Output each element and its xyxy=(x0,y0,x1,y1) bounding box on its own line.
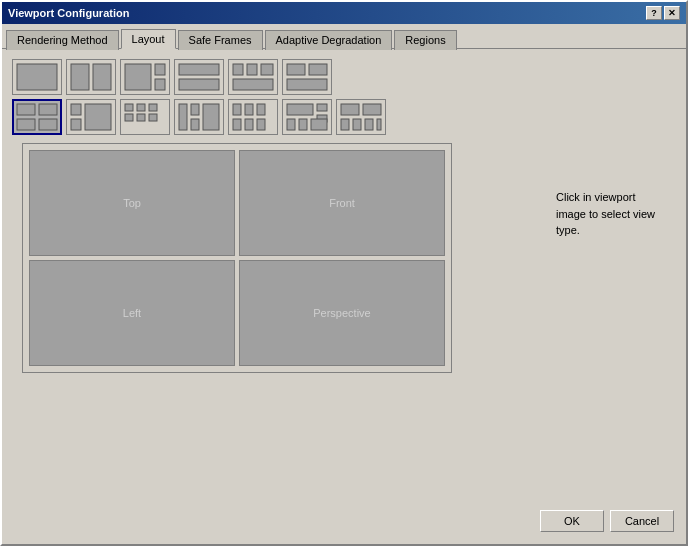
viewport-perspective[interactable]: Perspective xyxy=(239,260,445,366)
layout-three-top[interactable] xyxy=(282,59,332,95)
layout-six-b[interactable] xyxy=(282,99,332,135)
layout-six-c[interactable] xyxy=(336,99,386,135)
svg-rect-43 xyxy=(311,119,327,130)
svg-rect-5 xyxy=(155,79,165,90)
svg-rect-49 xyxy=(377,119,381,130)
cancel-button[interactable]: Cancel xyxy=(610,510,674,532)
svg-rect-23 xyxy=(137,104,145,111)
svg-rect-47 xyxy=(353,119,361,130)
viewport-config-dialog: Viewport Configuration ? ✕ Rendering Met… xyxy=(0,0,688,546)
svg-rect-31 xyxy=(203,104,219,130)
layout-icons-row2 xyxy=(12,99,546,135)
svg-rect-39 xyxy=(317,104,327,111)
svg-rect-26 xyxy=(137,114,145,121)
svg-rect-37 xyxy=(257,119,265,130)
svg-rect-24 xyxy=(149,104,157,111)
tab-regions[interactable]: Regions xyxy=(394,30,456,50)
main-content: Top Front Left Perspective Click in view… xyxy=(2,49,686,383)
svg-rect-27 xyxy=(149,114,157,121)
svg-rect-38 xyxy=(287,104,313,115)
layout-three-left[interactable] xyxy=(120,59,170,95)
svg-rect-41 xyxy=(287,119,295,130)
hint-text: Click in viewportimage to select viewtyp… xyxy=(546,59,676,373)
dialog-title: Viewport Configuration xyxy=(8,7,129,19)
svg-rect-3 xyxy=(125,64,151,90)
svg-rect-6 xyxy=(179,64,219,75)
svg-rect-14 xyxy=(287,79,327,90)
svg-rect-9 xyxy=(247,64,257,75)
title-bar-buttons: ? ✕ xyxy=(646,6,680,20)
tab-adaptive-degradation[interactable]: Adaptive Degradation xyxy=(265,30,393,50)
layout-quad[interactable] xyxy=(12,99,62,135)
svg-rect-35 xyxy=(233,119,241,130)
svg-rect-46 xyxy=(341,119,349,130)
svg-rect-15 xyxy=(17,104,35,115)
layout-four-left[interactable] xyxy=(120,99,170,135)
layout-four-right[interactable] xyxy=(228,59,278,95)
svg-rect-30 xyxy=(191,119,199,130)
tab-rendering-method[interactable]: Rendering Method xyxy=(6,30,119,50)
tab-safe-frames[interactable]: Safe Frames xyxy=(178,30,263,50)
svg-rect-22 xyxy=(125,104,133,111)
svg-rect-2 xyxy=(93,64,111,90)
svg-rect-28 xyxy=(179,104,187,130)
svg-rect-36 xyxy=(245,119,253,130)
layout-icons-row1 xyxy=(12,59,546,95)
tab-bar: Rendering Method Layout Safe Frames Adap… xyxy=(2,24,686,49)
svg-rect-12 xyxy=(287,64,305,75)
title-bar: Viewport Configuration ? ✕ xyxy=(2,2,686,24)
svg-rect-48 xyxy=(365,119,373,130)
viewport-front[interactable]: Front xyxy=(239,150,445,256)
svg-rect-21 xyxy=(85,104,111,130)
svg-rect-4 xyxy=(155,64,165,75)
svg-rect-16 xyxy=(39,104,57,115)
layout-three-right[interactable] xyxy=(66,99,116,135)
buttons-row: OK Cancel xyxy=(540,510,674,532)
svg-rect-25 xyxy=(125,114,133,121)
svg-rect-7 xyxy=(179,79,219,90)
svg-rect-29 xyxy=(191,104,199,115)
svg-rect-20 xyxy=(71,119,81,130)
layout-two-horiz[interactable] xyxy=(174,59,224,95)
close-button[interactable]: ✕ xyxy=(664,6,680,20)
svg-rect-33 xyxy=(245,104,253,115)
help-button[interactable]: ? xyxy=(646,6,662,20)
svg-rect-0 xyxy=(17,64,57,90)
svg-rect-44 xyxy=(341,104,359,115)
svg-rect-34 xyxy=(257,104,265,115)
svg-rect-1 xyxy=(71,64,89,90)
viewport-top[interactable]: Top xyxy=(29,150,235,256)
svg-rect-45 xyxy=(363,104,381,115)
svg-rect-10 xyxy=(261,64,273,75)
layout-four-center[interactable] xyxy=(174,99,224,135)
svg-rect-18 xyxy=(39,119,57,130)
viewport-preview-area: Top Front Left Perspective xyxy=(22,143,452,373)
layout-two-vert[interactable] xyxy=(66,59,116,95)
tab-layout[interactable]: Layout xyxy=(121,29,176,49)
svg-rect-13 xyxy=(309,64,327,75)
ok-button[interactable]: OK xyxy=(540,510,604,532)
svg-rect-8 xyxy=(233,64,243,75)
svg-rect-17 xyxy=(17,119,35,130)
svg-rect-11 xyxy=(233,79,273,90)
svg-rect-32 xyxy=(233,104,241,115)
viewport-left[interactable]: Left xyxy=(29,260,235,366)
svg-rect-42 xyxy=(299,119,307,130)
svg-rect-19 xyxy=(71,104,81,115)
layout-single[interactable] xyxy=(12,59,62,95)
layout-six-a[interactable] xyxy=(228,99,278,135)
left-panel: Top Front Left Perspective xyxy=(12,59,546,373)
